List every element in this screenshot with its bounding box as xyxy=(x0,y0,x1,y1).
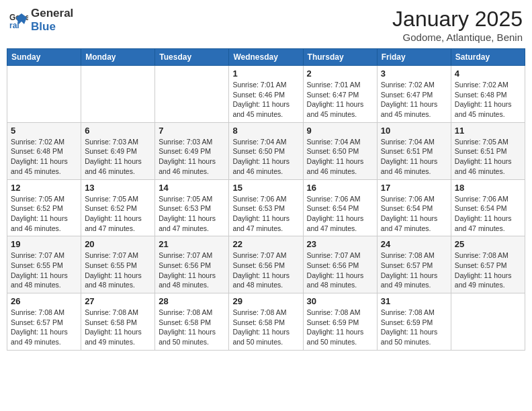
day-info: Sunrise: 7:08 AM Sunset: 6:57 PM Dayligh… xyxy=(455,250,521,290)
calendar-cell: 7Sunrise: 7:03 AM Sunset: 6:49 PM Daylig… xyxy=(155,122,229,179)
day-info: Sunrise: 7:08 AM Sunset: 6:57 PM Dayligh… xyxy=(11,308,77,347)
day-number: 22 xyxy=(232,239,299,249)
day-info: Sunrise: 7:08 AM Sunset: 6:58 PM Dayligh… xyxy=(232,308,299,347)
calendar-cell: 23Sunrise: 7:07 AM Sunset: 6:56 PM Dayli… xyxy=(303,236,377,293)
logo-icon: Gene ral xyxy=(9,11,28,30)
calendar-cell xyxy=(81,66,155,123)
day-info: Sunrise: 7:06 AM Sunset: 6:54 PM Dayligh… xyxy=(381,194,447,234)
calendar-week-row: 12Sunrise: 7:05 AM Sunset: 6:52 PM Dayli… xyxy=(7,179,525,236)
day-info: Sunrise: 7:05 AM Sunset: 6:53 PM Dayligh… xyxy=(159,194,225,234)
logo-text-blue: Blue xyxy=(31,20,73,34)
calendar-cell: 22Sunrise: 7:07 AM Sunset: 6:56 PM Dayli… xyxy=(229,236,303,293)
svg-text:ral: ral xyxy=(9,21,19,30)
calendar-cell xyxy=(155,66,229,123)
day-info: Sunrise: 7:07 AM Sunset: 6:56 PM Dayligh… xyxy=(307,250,373,290)
day-number: 24 xyxy=(381,239,447,249)
day-number: 18 xyxy=(455,183,521,193)
calendar-cell: 27Sunrise: 7:08 AM Sunset: 6:58 PM Dayli… xyxy=(81,293,155,351)
day-number: 11 xyxy=(455,126,521,136)
month-title: January 2025 xyxy=(392,7,523,32)
day-number: 10 xyxy=(381,126,447,136)
day-number: 3 xyxy=(381,68,447,79)
day-number: 28 xyxy=(159,296,225,306)
day-info: Sunrise: 7:05 AM Sunset: 6:51 PM Dayligh… xyxy=(455,137,521,177)
day-number: 1 xyxy=(232,68,299,79)
weekday-header: Tuesday xyxy=(155,49,229,66)
calendar-cell: 2Sunrise: 7:01 AM Sunset: 6:47 PM Daylig… xyxy=(303,66,377,123)
logo: Gene ral General Blue xyxy=(9,7,73,33)
day-info: Sunrise: 7:08 AM Sunset: 6:58 PM Dayligh… xyxy=(159,308,225,347)
title-block: January 2025 Godome, Atlantique, Benin xyxy=(392,7,523,43)
day-number: 19 xyxy=(11,239,77,249)
day-info: Sunrise: 7:03 AM Sunset: 6:49 PM Dayligh… xyxy=(159,137,225,177)
day-number: 29 xyxy=(232,296,299,306)
calendar-cell: 28Sunrise: 7:08 AM Sunset: 6:58 PM Dayli… xyxy=(155,293,229,351)
day-number: 27 xyxy=(85,296,151,306)
location-title: Godome, Atlantique, Benin xyxy=(392,32,523,43)
calendar-week-row: 5Sunrise: 7:02 AM Sunset: 6:48 PM Daylig… xyxy=(7,122,525,179)
weekday-header: Wednesday xyxy=(229,49,303,66)
day-number: 9 xyxy=(307,126,373,136)
calendar-cell: 26Sunrise: 7:08 AM Sunset: 6:57 PM Dayli… xyxy=(7,293,81,351)
logo-text-general: General xyxy=(31,7,73,20)
day-number: 17 xyxy=(381,183,447,193)
day-number: 25 xyxy=(455,239,521,249)
day-info: Sunrise: 7:02 AM Sunset: 6:48 PM Dayligh… xyxy=(455,80,521,120)
day-number: 21 xyxy=(159,239,225,249)
day-number: 15 xyxy=(232,183,299,193)
day-number: 14 xyxy=(159,183,225,193)
calendar-cell: 25Sunrise: 7:08 AM Sunset: 6:57 PM Dayli… xyxy=(451,236,525,293)
day-number: 5 xyxy=(11,126,77,136)
calendar-cell: 12Sunrise: 7:05 AM Sunset: 6:52 PM Dayli… xyxy=(7,179,81,236)
calendar-cell: 11Sunrise: 7:05 AM Sunset: 6:51 PM Dayli… xyxy=(451,122,525,179)
day-info: Sunrise: 7:05 AM Sunset: 6:52 PM Dayligh… xyxy=(85,194,151,234)
weekday-header: Sunday xyxy=(7,49,81,66)
calendar-cell: 16Sunrise: 7:06 AM Sunset: 6:54 PM Dayli… xyxy=(303,179,377,236)
day-info: Sunrise: 7:06 AM Sunset: 6:54 PM Dayligh… xyxy=(307,194,373,234)
day-number: 20 xyxy=(85,239,151,249)
day-info: Sunrise: 7:08 AM Sunset: 6:59 PM Dayligh… xyxy=(307,308,373,347)
calendar-cell: 29Sunrise: 7:08 AM Sunset: 6:58 PM Dayli… xyxy=(229,293,303,351)
day-info: Sunrise: 7:07 AM Sunset: 6:56 PM Dayligh… xyxy=(232,250,299,290)
calendar-cell: 19Sunrise: 7:07 AM Sunset: 6:55 PM Dayli… xyxy=(7,236,81,293)
day-number: 31 xyxy=(381,296,447,306)
weekday-header: Friday xyxy=(377,49,451,66)
weekday-header: Monday xyxy=(81,49,155,66)
calendar-cell xyxy=(7,66,81,123)
calendar-cell: 24Sunrise: 7:08 AM Sunset: 6:57 PM Dayli… xyxy=(377,236,451,293)
calendar-week-row: 1Sunrise: 7:01 AM Sunset: 6:46 PM Daylig… xyxy=(7,66,525,123)
calendar-cell: 21Sunrise: 7:07 AM Sunset: 6:56 PM Dayli… xyxy=(155,236,229,293)
day-info: Sunrise: 7:04 AM Sunset: 6:50 PM Dayligh… xyxy=(307,137,373,177)
calendar-cell: 5Sunrise: 7:02 AM Sunset: 6:48 PM Daylig… xyxy=(7,122,81,179)
day-info: Sunrise: 7:07 AM Sunset: 6:55 PM Dayligh… xyxy=(11,250,77,290)
day-info: Sunrise: 7:02 AM Sunset: 6:47 PM Dayligh… xyxy=(381,80,447,120)
day-info: Sunrise: 7:08 AM Sunset: 6:58 PM Dayligh… xyxy=(85,308,151,347)
day-info: Sunrise: 7:05 AM Sunset: 6:52 PM Dayligh… xyxy=(11,194,77,234)
day-number: 2 xyxy=(307,68,373,79)
day-info: Sunrise: 7:08 AM Sunset: 6:59 PM Dayligh… xyxy=(381,308,447,347)
calendar-cell: 14Sunrise: 7:05 AM Sunset: 6:53 PM Dayli… xyxy=(155,179,229,236)
day-number: 26 xyxy=(11,296,77,306)
day-info: Sunrise: 7:07 AM Sunset: 6:56 PM Dayligh… xyxy=(159,250,225,290)
calendar-cell xyxy=(451,293,525,351)
day-info: Sunrise: 7:01 AM Sunset: 6:47 PM Dayligh… xyxy=(307,80,373,120)
day-number: 4 xyxy=(455,68,521,79)
calendar-week-row: 19Sunrise: 7:07 AM Sunset: 6:55 PM Dayli… xyxy=(7,236,525,293)
day-info: Sunrise: 7:07 AM Sunset: 6:55 PM Dayligh… xyxy=(85,250,151,290)
day-number: 7 xyxy=(159,126,225,136)
day-number: 12 xyxy=(11,183,77,193)
weekday-header: Saturday xyxy=(451,49,525,66)
day-info: Sunrise: 7:06 AM Sunset: 6:54 PM Dayligh… xyxy=(455,194,521,234)
calendar-cell: 30Sunrise: 7:08 AM Sunset: 6:59 PM Dayli… xyxy=(303,293,377,351)
day-info: Sunrise: 7:03 AM Sunset: 6:49 PM Dayligh… xyxy=(85,137,151,177)
calendar-cell: 17Sunrise: 7:06 AM Sunset: 6:54 PM Dayli… xyxy=(377,179,451,236)
calendar-cell: 1Sunrise: 7:01 AM Sunset: 6:46 PM Daylig… xyxy=(229,66,303,123)
calendar-cell: 6Sunrise: 7:03 AM Sunset: 6:49 PM Daylig… xyxy=(81,122,155,179)
calendar-cell: 15Sunrise: 7:06 AM Sunset: 6:53 PM Dayli… xyxy=(229,179,303,236)
calendar-cell: 9Sunrise: 7:04 AM Sunset: 6:50 PM Daylig… xyxy=(303,122,377,179)
day-number: 23 xyxy=(307,239,373,249)
day-number: 13 xyxy=(85,183,151,193)
day-info: Sunrise: 7:01 AM Sunset: 6:46 PM Dayligh… xyxy=(232,80,299,120)
day-info: Sunrise: 7:04 AM Sunset: 6:51 PM Dayligh… xyxy=(381,137,447,177)
calendar-cell: 8Sunrise: 7:04 AM Sunset: 6:50 PM Daylig… xyxy=(229,122,303,179)
